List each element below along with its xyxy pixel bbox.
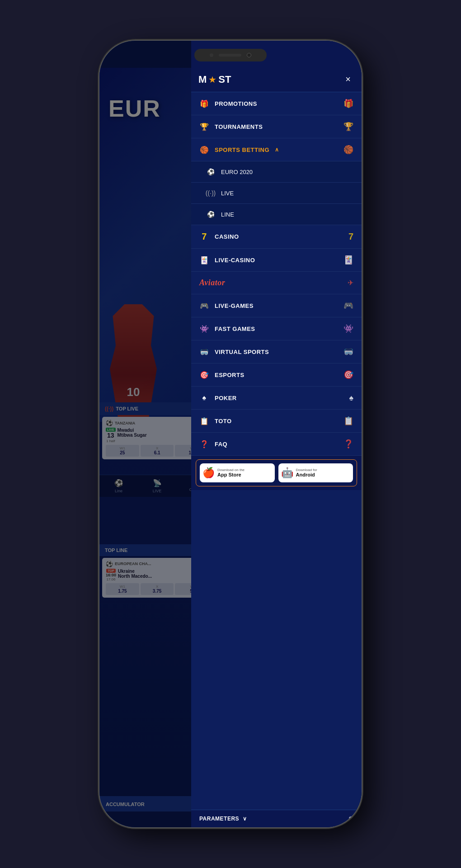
euro2020-label: EURO 2020 [221, 169, 253, 175]
euro2020-icon: ⚽ [206, 167, 216, 177]
logo-m: M [198, 74, 207, 85]
line-sub-icon: ⚽ [206, 209, 216, 219]
sub-menu-live[interactable]: ((·)) LIVE [191, 183, 362, 204]
faq-icon-right: ❓ [343, 439, 353, 449]
logo-star-icon: ★ [208, 74, 216, 85]
esports-label: ESPORTS [215, 372, 245, 378]
camera-dot [247, 53, 251, 57]
menu-item-virtual-sports[interactable]: 🥽 VIRTUAL SPORTS 🥽 [191, 340, 362, 363]
sports-chevron: ∧ [275, 146, 279, 153]
parameters-gear-icon: ⚙ [348, 816, 354, 822]
live-casino-icon: 🃏 [199, 255, 209, 265]
live-sub-label: LIVE [221, 190, 234, 197]
appstore-large-text: App Store [217, 472, 245, 478]
close-button[interactable]: × [342, 72, 354, 86]
menu-item-casino[interactable]: 7 CASINO 7 [191, 225, 362, 249]
parameters-chevron: ∨ [243, 816, 247, 822]
sports-betting-icon: 🏀 [199, 145, 209, 155]
appstore-small-text: Download on the [217, 468, 245, 472]
faq-icon: ❓ [199, 439, 209, 449]
poker-label: POKER [215, 395, 237, 401]
download-section: 🍎 Download on the App Store 🤖 Do [191, 456, 362, 490]
sub-menu-line[interactable]: ⚽ LINE [191, 204, 362, 225]
casino-icon-right: 7 [348, 231, 353, 242]
live-casino-icon-right: 🃏 [343, 255, 353, 265]
tournaments-arrow: 🏆 [343, 122, 353, 132]
fast-games-label: FAST GAMES [215, 326, 255, 332]
toto-icon-right: 📋 [343, 416, 353, 426]
side-drawer: M ★ ST × 🎁 PROMOTIONS 🎁 [191, 41, 362, 827]
logo-rest: ST [218, 74, 231, 85]
menu-item-esports[interactable]: 🎯 ESPORTS 🎯 [191, 363, 362, 387]
virtual-sports-label: VIRTUAL SPORTS [215, 349, 269, 355]
parameters-bar[interactable]: PARAMETERS ∨ ⚙ [191, 810, 362, 827]
tournaments-icon: 🏆 [199, 122, 209, 132]
sports-betting-label: SPORTS BETTING [215, 146, 269, 153]
line-sub-label: LINE [221, 211, 234, 218]
notch-dot [210, 53, 213, 57]
live-games-icon-right: 🎮 [343, 301, 353, 311]
menu-item-tournaments[interactable]: 🏆 TOURNAMENTS 🏆 [191, 115, 362, 138]
virtual-sports-icon: 🥽 [199, 347, 209, 357]
live-games-label: LIVE-GAMES [215, 302, 254, 309]
tournaments-label: TOURNAMENTS [215, 123, 263, 130]
menu-item-poker[interactable]: ♠ POKER ♠ [191, 387, 362, 410]
toto-icon: 📋 [199, 416, 209, 426]
sports-betting-icon-right: 🏀 [343, 145, 353, 155]
android-icon: 🤖 [281, 467, 293, 479]
live-games-icon: 🎮 [199, 301, 209, 311]
parameters-label: PARAMETERS [199, 816, 239, 822]
notch-bar [219, 54, 241, 57]
casino-icon: 7 [199, 232, 209, 242]
fast-games-icon: 👾 [199, 324, 209, 334]
promotions-label: PROMOTIONS [215, 100, 257, 107]
android-small-text: Download for [296, 468, 317, 472]
appstore-button[interactable]: 🍎 Download on the App Store [200, 463, 275, 482]
promotions-icon: 🎁 [199, 99, 209, 108]
android-large-text: Android [296, 472, 317, 478]
virtual-sports-icon-right: 🥽 [343, 347, 353, 357]
drawer-menu: 🎁 PROMOTIONS 🎁 🏆 TOURNAMENTS 🏆 [191, 92, 362, 810]
menu-item-toto[interactable]: 📋 TOTO 📋 [191, 410, 362, 433]
casino-label: CASINO [215, 233, 239, 240]
poker-icon-right: ♠ [349, 393, 353, 403]
poker-icon: ♠ [199, 393, 209, 403]
promotions-arrow: 🎁 [343, 99, 353, 108]
sub-menu-euro2020[interactable]: ⚽ EURO 2020 [191, 161, 362, 183]
aviator-label: Aviator [199, 278, 225, 288]
logo-area: M ★ ST [198, 74, 231, 85]
phone-notch [194, 49, 267, 61]
live-casino-label: LIVE-CASINO [215, 257, 255, 264]
menu-item-live-casino[interactable]: 🃏 LIVE-CASINO 🃏 [191, 249, 362, 272]
apple-icon: 🍎 [202, 467, 215, 479]
live-sub-icon: ((·)) [206, 188, 216, 198]
android-button[interactable]: 🤖 Download for Android [278, 463, 353, 482]
menu-item-fast-games[interactable]: 👾 FAST GAMES 👾 [191, 317, 362, 340]
fast-games-icon-right: 👾 [343, 324, 353, 334]
download-buttons-container: 🍎 Download on the App Store 🤖 Do [196, 459, 357, 486]
menu-item-faq[interactable]: ❓ FAQ ❓ [191, 433, 362, 456]
menu-item-live-games[interactable]: 🎮 LIVE-GAMES 🎮 [191, 294, 362, 317]
toto-label: TOTO [215, 418, 232, 425]
esports-icon: 🎯 [199, 370, 209, 380]
menu-item-promotions[interactable]: 🎁 PROMOTIONS 🎁 [191, 92, 362, 115]
faq-label: FAQ [215, 441, 227, 448]
esports-icon-right: 🎯 [343, 370, 353, 380]
menu-item-sports-betting[interactable]: 🏀 SPORTS BETTING ∧ 🏀 [191, 138, 362, 161]
menu-item-aviator[interactable]: Aviator ✈ [191, 272, 362, 294]
aviator-icon-right: ✈ [348, 278, 353, 287]
